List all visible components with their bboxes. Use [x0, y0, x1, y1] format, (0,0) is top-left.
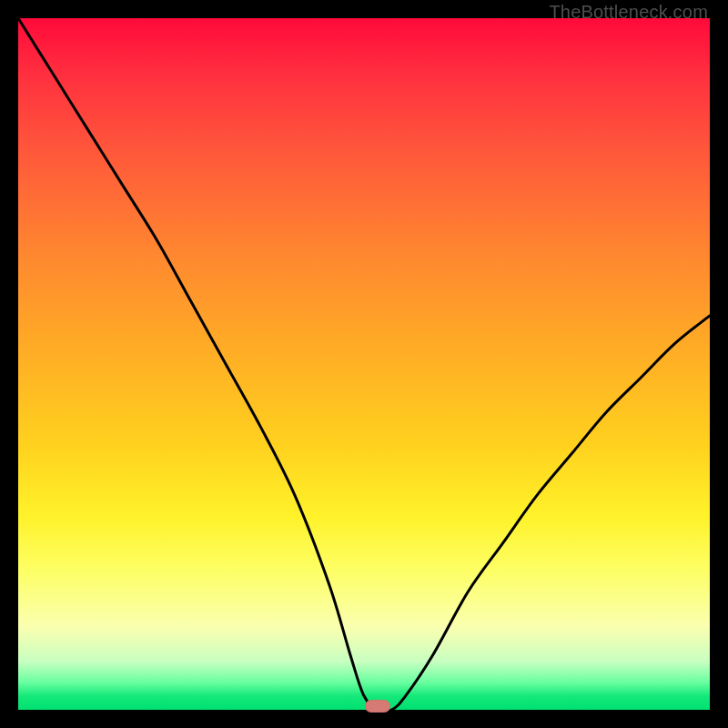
bottleneck-curve — [18, 18, 710, 710]
chart-frame: TheBottleneck.com — [0, 0, 728, 728]
optimal-marker — [365, 700, 390, 713]
plot-area — [18, 18, 710, 710]
watermark-text: TheBottleneck.com — [549, 2, 708, 23]
